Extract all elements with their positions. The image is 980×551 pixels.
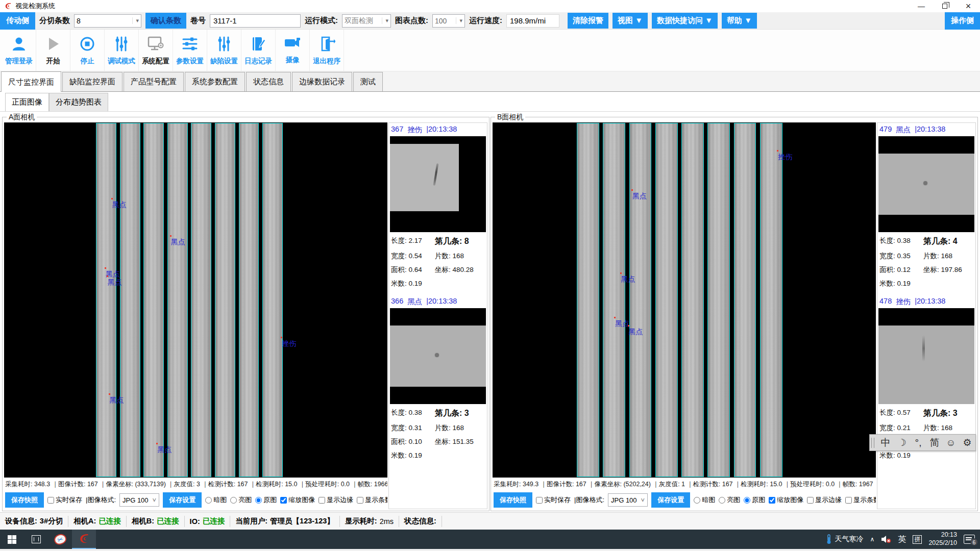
clock[interactable]: 20:13 2025/2/10 [928,531,957,547]
drive-side-button[interactable]: 传动侧 [0,12,35,30]
clear-alarm-button[interactable]: 清除报警 [568,13,608,29]
camera-a-dark-radio[interactable]: 暗图 [205,495,227,505]
sliders-vertical-icon [215,35,233,55]
status-segment: 设备信息:3#分切 [0,516,68,527]
subtab-1[interactable]: 分布趋势图表 [49,93,108,111]
defect-coord: 坐标: 480.28 [435,265,485,274]
toolbar-button-user[interactable]: 管理登录 [2,30,36,71]
ime-floating-toolbar: 中☽°,简☺⚙ [869,434,976,451]
camera-a-format-select[interactable]: JPG 100˅ [119,493,159,507]
confirm-count-button[interactable]: 确认条数 [145,13,186,29]
slit-count-label: 分切条数 [39,16,70,26]
inspection-app-taskbar-button[interactable] [72,530,96,549]
chevron-down-icon: ▾ [132,17,139,24]
toolbar-button-monitor-gear[interactable]: 系统配置 [139,30,173,71]
toolbar-button-stop[interactable]: 停止 [70,30,105,71]
camera-a-zoom-image-checkbox[interactable]: 缩放图像 [280,495,315,505]
camera-a-bright-radio[interactable]: 亮图 [230,495,252,505]
toolbar-button-play[interactable]: 开始 [36,30,70,71]
camera-b-dark-radio[interactable]: 暗图 [694,495,715,505]
camera-a-realtime-save-checkbox[interactable]: 实时保存 [47,495,82,505]
camera-b-show-edge-checkbox[interactable]: 显示边缘 [807,495,842,505]
camera-a-save-snapshot-button[interactable]: 保存快照 [5,492,44,508]
toolbar-button-video-camera[interactable]: 摄像 [276,30,310,71]
chinese-mode-icon[interactable]: 中 [877,436,894,449]
slit-count-select[interactable]: 8 ▾ [74,14,141,28]
data-quick-access-menu-button[interactable]: 数据快捷访问 ▼ [652,13,718,29]
status-label: 状态信息: [404,516,436,526]
notification-center-icon[interactable]: 6 [964,535,975,544]
camera-b-image-canvas[interactable]: 挫伤黑点黑点黑点黑点 [493,122,876,478]
user-icon [10,35,28,55]
weather-widget[interactable]: 天气寒冷 [825,534,864,544]
start-button[interactable] [0,530,24,549]
camera-a-show-edge-checkbox[interactable]: 显示边缘 [318,495,353,505]
camera-a-show-count-checkbox[interactable]: 显示条数 [357,495,387,505]
tab-2[interactable]: 产品型号配置 [124,72,184,91]
defect-strip-no: 第几条: 4 [923,236,973,247]
camera-a-defect-card-367[interactable]: 367 挫伤 |20:13:38 长度: 2.17 第几条: 8 宽度: 0.5… [390,123,486,288]
camera-b-bright-radio[interactable]: 亮图 [719,495,740,505]
camera-b-save-snapshot-button[interactable]: 保存快照 [494,492,532,508]
tab-5[interactable]: 边缘数据记录 [292,72,352,91]
camera-a-defect-card-366[interactable]: 366 黑点 |20:13:38 长度: 0.38 第几条: 3 宽度: 0.3… [390,295,486,460]
tab-0[interactable]: 尺寸监控界面 [1,71,61,92]
status-value: 管理员【123-123】 [270,516,334,526]
toolbar-button-sliders-vertical[interactable]: 调试模式 [105,30,139,71]
camera-b-zoom-image-checkbox[interactable]: 缩放图像 [769,495,803,505]
snipping-tool-button[interactable]: ✂ [48,530,72,549]
moon-icon[interactable]: ☽ [894,437,910,448]
emoji-icon[interactable]: ☺ [943,437,959,448]
toolbar-button-sliders-vertical[interactable]: 缺陷设置 [207,30,241,71]
status-value: 已连接 [99,516,121,526]
help-menu-button[interactable]: 帮助 ▼ [722,13,757,29]
restore-button[interactable] [933,0,957,12]
defect-thumbnail [878,308,974,404]
monitor-gear-icon [146,35,165,55]
tab-4[interactable]: 状态信息 [246,72,291,91]
defect-coord: 坐标: 151.35 [435,437,485,446]
chevron-down-icon: ▾ [456,17,462,24]
tab-1[interactable]: 缺陷监控界面 [62,72,122,91]
camera-b-defect-card-479[interactable]: 479 黑点 |20:13:38 长度: 0.38 第几条: 4 宽度: 0.3… [878,123,974,288]
chart-points-select[interactable]: 100 ▾ [432,14,465,28]
minimize-button[interactable]: — [910,0,933,12]
view-menu-button[interactable]: 视图 ▼ [612,13,648,29]
main-tab-bar: 尺寸监控界面缺陷监控界面产品型号配置系统参数配置状态信息边缘数据记录测试 [0,71,980,92]
punctuation-icon[interactable]: °, [910,437,926,448]
toolbar-button-sliders-horizontal[interactable]: 参数设置 [173,30,207,71]
settings-gear-icon[interactable]: ⚙ [959,437,975,448]
camera-b-realtime-save-checkbox[interactable]: 实时保存 [536,495,571,505]
restore-icon [942,4,947,9]
slit-count-value: 8 [77,17,81,25]
status-segment: IO:已连接 [185,516,231,527]
tray-expand-chevron[interactable]: ∧ [870,536,875,543]
camera-a-original-radio[interactable]: 原图 [255,495,277,505]
camera-a-save-settings-button[interactable]: 保存设置 [163,492,202,508]
toolbar-button-label: 退出程序 [313,57,340,66]
camera-a-image-canvas[interactable]: 黑点黑点黑点黑点挫伤黑点黑点 [4,122,387,478]
ime-indicator[interactable]: 拼 [913,535,922,544]
camera-b-show-count-checkbox[interactable]: 显示条数 [845,495,876,505]
run-mode-select[interactable]: 双面检测 ▾ [342,14,391,28]
camera-b-save-settings-button[interactable]: 保存设置 [651,492,690,508]
tab-6[interactable]: 测试 [353,72,383,91]
task-view-button[interactable] [24,530,48,549]
camera-a-strip-7 [239,123,259,477]
ime-drag-handle[interactable] [871,438,874,448]
toolbar-button-log-book[interactable]: 日志记录 [241,30,276,71]
simplified-icon[interactable]: 简 [926,436,943,449]
camera-b-format-select[interactable]: JPG 100˅ [608,493,648,507]
camera-b-panel: B面相机 挫伤黑点黑点黑点黑点 采集耗时: 349.3 ｜图像计数: 167 ｜… [491,117,978,511]
close-button[interactable]: × [957,0,980,12]
toolbar-button-exit-door[interactable]: 退出程序 [310,30,344,71]
speaker-muted-icon[interactable] [881,535,891,543]
camera-b-original-radio[interactable]: 原图 [744,495,765,505]
roll-number-input[interactable] [210,14,301,28]
status-label: 显示耗时: [345,516,377,526]
defect-thumbnail [390,308,486,404]
operator-side-button[interactable]: 操作侧 [945,12,980,30]
subtab-0[interactable]: 正面图像 [5,93,49,111]
tab-3[interactable]: 系统参数配置 [185,72,245,91]
language-indicator[interactable]: 英 [898,534,906,545]
